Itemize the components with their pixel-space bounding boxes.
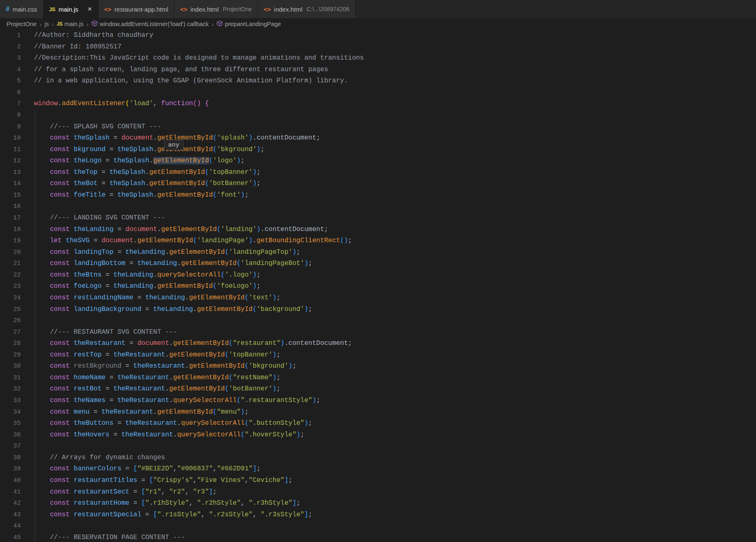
breadcrumb-item-3[interactable]: JSmain.js <box>57 21 84 27</box>
code-line-28[interactable]: 28 const theRestaurant = document.getEle… <box>0 338 756 349</box>
line-number: 14 <box>0 178 21 190</box>
line-number: 26 <box>0 315 21 327</box>
code-line-9[interactable]: 9 //--- SPLASH SVG CONTENT --- <box>0 121 756 133</box>
close-icon[interactable]: ✕ <box>87 6 92 12</box>
code-line-45[interactable]: 45 //--- RESERVATION PAGE CONTENT --- <box>0 532 756 542</box>
code-line-38[interactable]: 38 // Arrays for dynamic changes <box>0 452 756 464</box>
line-content[interactable]: const theBot = theSplash.getElementById(… <box>34 178 260 190</box>
line-content[interactable]: const homeName = theRestaurant.getElemen… <box>34 372 280 384</box>
code-line-11[interactable]: 11 const bkground = theSplash.getElement… <box>0 144 756 156</box>
code-line-34[interactable]: 34 const menu = theRestaurant.getElement… <box>0 407 756 418</box>
line-content[interactable]: const landingTop = theLanding.getElement… <box>34 247 300 258</box>
code-line-13[interactable]: 13 const theTop = theSplash.getElementBy… <box>0 167 756 178</box>
breadcrumb-item-4[interactable]: window.addEventListener('load') callback <box>91 20 209 28</box>
line-content[interactable]: const foeTitle = theSplash.getElementByI… <box>34 190 249 201</box>
line-content[interactable]: window.addEventListener('load', function… <box>34 98 209 110</box>
tab-index-html[interactable]: <>index.htmlC:\...\208974206 <box>258 0 355 18</box>
tab-main-css[interactable]: #main.css <box>0 0 43 18</box>
line-content[interactable]: const restaurantSect = ["r1", "r2", "r3"… <box>34 487 217 498</box>
code-line-24[interactable]: 24 const restLandingName = theLanding.ge… <box>0 292 756 304</box>
line-content[interactable]: //Description:This JavaScript code is de… <box>34 53 364 64</box>
code-line-35[interactable]: 35 const theButtons = theRestaurant.quer… <box>0 418 756 429</box>
line-content[interactable]: const theBtns = theLanding.querySelector… <box>34 270 260 281</box>
code-line-31[interactable]: 31 const homeName = theRestaurant.getEle… <box>0 372 756 384</box>
line-content[interactable]: const theButtons = theRestaurant.querySe… <box>34 418 312 429</box>
code-line-16[interactable]: 16 <box>0 201 756 212</box>
line-content[interactable]: //Author: Siddhartha chaudhary <box>34 30 153 41</box>
line-content[interactable]: const restaurantTitles = ["Crispy's","Fi… <box>34 475 292 487</box>
line-content[interactable]: // for a splash screen, landing page, an… <box>34 64 328 76</box>
line-content[interactable]: // Arrays for dynamic changes <box>34 452 165 464</box>
line-content[interactable]: const theLanding = document.getElementBy… <box>34 224 328 236</box>
line-content[interactable]: let theSVG = document.getElementById('la… <box>34 235 352 247</box>
code-line-32[interactable]: 32 const restBot = theRestaurant.getElem… <box>0 383 756 395</box>
line-content[interactable]: const bkground = theSplash.getElementByI… <box>34 144 265 156</box>
tab-main-js[interactable]: JSmain.js✕ <box>43 0 99 18</box>
tab-restaurant-app-html[interactable]: <>restaurant-app.html <box>99 0 175 18</box>
code-line-7[interactable]: 7window.addEventListener('load', functio… <box>0 98 756 110</box>
code-line-18[interactable]: 18 const theLanding = document.getElemen… <box>0 224 756 236</box>
line-content[interactable]: const bannerColors = ["#BE1E2D","#006837… <box>34 463 260 475</box>
line-number: 9 <box>0 121 21 133</box>
code-line-43[interactable]: 43 const restaurantSpecial = [".r1sStyle… <box>0 509 756 521</box>
line-content[interactable]: const restBkground = theRestaurant.getEl… <box>34 361 296 372</box>
line-content[interactable]: const foeLogo = theLanding.getElementByI… <box>34 281 260 292</box>
line-content[interactable]: const landingBackground = theLanding.get… <box>34 304 312 316</box>
breadcrumb-item-5[interactable]: prepareLandingPage <box>217 20 281 28</box>
line-content[interactable]: const theHovers = theRestaurant.querySel… <box>34 429 304 441</box>
code-line-36[interactable]: 36 const theHovers = theRestaurant.query… <box>0 429 756 441</box>
code-line-41[interactable]: 41 const restaurantSect = ["r1", "r2", "… <box>0 487 756 498</box>
code-line-26[interactable]: 26 <box>0 315 756 327</box>
symbol-cube-icon <box>91 20 98 28</box>
line-content[interactable]: const restaurantSpecial = [".r1sStyle", … <box>34 509 312 521</box>
code-line-17[interactable]: 17 //--- LANDING SVG CONTENT --- <box>0 212 756 224</box>
code-editor[interactable]: 1//Author: Siddhartha chaudhary2//Banner… <box>0 30 756 542</box>
line-content[interactable]: const landingBottom = theLanding.getElem… <box>34 258 312 270</box>
code-line-39[interactable]: 39 const bannerColors = ["#BE1E2D","#006… <box>0 463 756 475</box>
code-line-29[interactable]: 29 const restTop = theRestaurant.getElem… <box>0 349 756 361</box>
code-line-37[interactable]: 37 <box>0 441 756 452</box>
code-line-8[interactable]: 8 <box>0 110 756 121</box>
code-line-42[interactable]: 42 const restaurantHome = [".r1hStyle", … <box>0 498 756 509</box>
line-content[interactable]: //--- RESTAURANT SVG CONTENT --- <box>34 327 177 338</box>
line-content[interactable]: //--- LANDING SVG CONTENT --- <box>34 212 165 224</box>
code-line-27[interactable]: 27 //--- RESTAURANT SVG CONTENT --- <box>0 327 756 338</box>
code-line-4[interactable]: 4// for a splash screen, landing page, a… <box>0 64 756 76</box>
line-content[interactable]: const theLogo = theSplash.getElementById… <box>34 155 245 167</box>
code-line-19[interactable]: 19 let theSVG = document.getElementById(… <box>0 235 756 247</box>
code-line-22[interactable]: 22 const theBtns = theLanding.querySelec… <box>0 270 756 281</box>
code-line-5[interactable]: 5// in a web application, using the GSAP… <box>0 75 756 87</box>
code-line-10[interactable]: 10 const theSplash = document.getElement… <box>0 132 756 144</box>
line-number: 21 <box>0 258 21 270</box>
code-line-25[interactable]: 25 const landingBackground = theLanding.… <box>0 304 756 316</box>
line-content[interactable]: //--- SPLASH SVG CONTENT --- <box>34 121 161 133</box>
line-content[interactable]: const restBot = theRestaurant.getElement… <box>34 383 280 395</box>
code-line-20[interactable]: 20 const landingTop = theLanding.getElem… <box>0 247 756 258</box>
code-line-15[interactable]: 15 const foeTitle = theSplash.getElement… <box>0 190 756 201</box>
line-content[interactable]: const restTop = theRestaurant.getElement… <box>34 349 280 361</box>
code-line-40[interactable]: 40 const restaurantTitles = ["Crispy's",… <box>0 475 756 487</box>
code-line-1[interactable]: 1//Author: Siddhartha chaudhary <box>0 30 756 41</box>
line-content[interactable]: const restaurantHome = [".r1hStyle", ".r… <box>34 498 300 509</box>
code-line-33[interactable]: 33 const theNames = theRestaurant.queryS… <box>0 395 756 407</box>
line-content[interactable]: const theRestaurant = document.getElemen… <box>34 338 352 349</box>
line-content[interactable]: //Banner Id: 100952517 <box>34 41 121 53</box>
line-content[interactable]: const theNames = theRestaurant.querySele… <box>34 395 320 407</box>
code-line-3[interactable]: 3//Description:This JavaScript code is d… <box>0 53 756 64</box>
code-line-14[interactable]: 14 const theBot = theSplash.getElementBy… <box>0 178 756 190</box>
line-content[interactable]: const restLandingName = theLanding.getEl… <box>34 292 280 304</box>
code-line-44[interactable]: 44 <box>0 520 756 532</box>
breadcrumb-item-2[interactable]: js <box>45 21 49 27</box>
code-line-21[interactable]: 21 const landingBottom = theLanding.getE… <box>0 258 756 270</box>
code-line-2[interactable]: 2//Banner Id: 100952517 <box>0 41 756 53</box>
code-line-6[interactable]: 6 <box>0 87 756 99</box>
line-content[interactable]: const theTop = theSplash.getElementById(… <box>34 167 260 178</box>
code-line-23[interactable]: 23 const foeLogo = theLanding.getElement… <box>0 281 756 292</box>
breadcrumb-item-1[interactable]: ProjectOne <box>7 21 37 27</box>
line-content[interactable]: //--- RESERVATION PAGE CONTENT --- <box>34 532 185 542</box>
tab-index-html[interactable]: <>index.htmlProjectOne <box>174 0 258 18</box>
line-content[interactable]: // in a web application, using the GSAP … <box>34 75 348 87</box>
line-content[interactable]: const menu = theRestaurant.getElementByI… <box>34 407 249 418</box>
code-line-30[interactable]: 30 const restBkground = theRestaurant.ge… <box>0 361 756 372</box>
code-line-12[interactable]: 12 const theLogo = theSplash.getElementB… <box>0 155 756 167</box>
